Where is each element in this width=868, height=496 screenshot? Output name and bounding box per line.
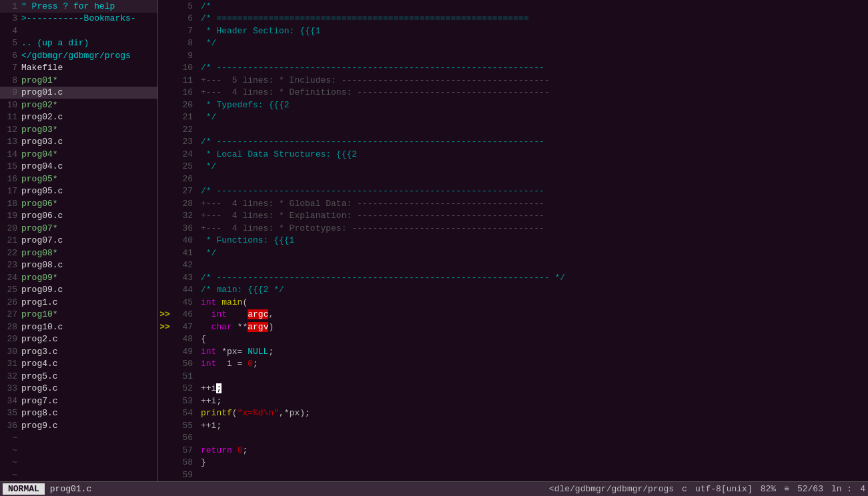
file-line[interactable]: 5.. (up a dir) [0, 37, 157, 50]
code-line: 5/* [158, 0, 868, 13]
code-line-content: printf("x=%d\n",*px); [198, 408, 868, 418]
file-line-name: prog04* [21, 149, 157, 159]
code-line: 53++i; [158, 395, 868, 407]
code-line: 8 */ [158, 37, 868, 50]
file-line-num: 34 [3, 396, 21, 406]
code-line: 45int main( [158, 296, 868, 309]
file-line-num: 15 [3, 161, 21, 171]
file-line-name: >-----------Bookmarks- [21, 13, 157, 23]
file-line[interactable]: 12 prog03* [0, 123, 157, 136]
file-line-num: 16 [3, 174, 21, 184]
code-line-content: * Local Data Structures: {{{2 [198, 149, 868, 159]
code-line-num: 16 [171, 87, 198, 97]
code-line: >>46 int argc, [158, 309, 868, 321]
file-line-name: Makefile [21, 63, 157, 73]
code-line-num: 7 [171, 26, 198, 36]
file-line[interactable]: 31 prog4.c [0, 358, 157, 371]
file-line[interactable]: 17 prog05.c [0, 185, 157, 198]
code-line: 42 [158, 259, 868, 272]
file-line[interactable]: 10 prog02* [0, 99, 157, 111]
code-line: 51 [158, 370, 868, 383]
code-line: 57return 0; [158, 444, 868, 457]
code-panel[interactable]: 5/*6/* =================================… [158, 0, 868, 481]
file-line[interactable]: 21 prog07.c [0, 235, 157, 247]
code-line-content: ++i; [198, 421, 868, 431]
code-line-content: char **argv) [198, 322, 868, 332]
file-line-num: ~ [3, 445, 21, 455]
status-path: <dle/gdbmgr/gdbmgr/progs [549, 484, 674, 494]
file-line[interactable]: 19 prog06.c [0, 210, 157, 223]
file-line[interactable]: 3>-----------Bookmarks- [0, 13, 157, 25]
file-line[interactable]: 26 prog1.c [0, 296, 157, 309]
file-line-num: 21 [3, 235, 21, 245]
code-line: 22 [158, 123, 868, 136]
code-line-content: */ [198, 161, 868, 171]
code-line: 58} [158, 457, 868, 469]
status-position: 52/63 [797, 484, 823, 494]
file-line-num: 25 [3, 285, 21, 295]
code-line-num: 44 [171, 285, 198, 295]
file-line[interactable]: 24 prog09* [0, 271, 157, 284]
file-line-num: ~ [3, 457, 21, 467]
code-line-content: +--- 4 lines: * Global Data: -----------… [198, 199, 868, 209]
file-line[interactable]: 4 [0, 25, 157, 37]
file-line[interactable]: 36 prog9.c [0, 419, 157, 432]
file-line-name: prog08* [21, 248, 157, 258]
code-line: 48{ [158, 333, 868, 346]
file-panel[interactable]: 1" Press ? for help3>-----------Bookmark… [0, 0, 158, 481]
file-line[interactable]: 16 prog05* [0, 173, 157, 185]
file-line[interactable]: ~ [0, 444, 157, 457]
file-line[interactable]: 1" Press ? for help [0, 0, 157, 13]
file-line[interactable]: 22 prog08* [0, 247, 157, 259]
code-line-num: 5 [171, 1, 198, 11]
code-line-marker: >> [158, 322, 171, 332]
file-line[interactable]: 30 prog3.c [0, 345, 157, 358]
file-line-name: prog2.c [21, 334, 157, 344]
file-line[interactable]: 6</gdbmgr/gdbmgr/progs [0, 49, 157, 62]
file-line-num: 24 [3, 273, 21, 283]
code-line-content: * Header Section: {{{1 [198, 26, 868, 36]
file-line[interactable]: 9 prog01.c [0, 87, 157, 99]
file-line[interactable]: 14 prog04* [0, 148, 157, 161]
file-line[interactable]: 15 prog04.c [0, 161, 157, 173]
file-line[interactable]: 7 Makefile [0, 62, 157, 75]
file-line-num: 36 [3, 421, 21, 431]
file-line[interactable]: ~ [0, 469, 157, 481]
code-line: 11+--- 5 lines: * Includes: ------------… [158, 74, 868, 87]
file-line[interactable]: 28 prog10.c [0, 321, 157, 333]
file-line[interactable]: 11 prog02.c [0, 111, 157, 124]
file-line[interactable]: 29 prog2.c [0, 333, 157, 346]
file-line[interactable]: 25 prog09.c [0, 284, 157, 297]
file-line[interactable]: 23 prog08.c [0, 259, 157, 272]
file-line-num: 14 [3, 149, 21, 159]
file-line-name: prog9.c [21, 421, 157, 431]
file-line[interactable]: 8 prog01* [0, 74, 157, 87]
file-line[interactable]: ~ [0, 432, 157, 445]
file-line[interactable]: 35 prog8.c [0, 407, 157, 420]
file-line[interactable]: 18 prog06* [0, 197, 157, 210]
file-line-num: 29 [3, 334, 21, 344]
code-line: 6/* ====================================… [158, 13, 868, 25]
code-line: 20 * Typedefs: {{{2 [158, 99, 868, 111]
code-line-content: /* -------------------------------------… [198, 186, 868, 196]
code-line: 10/* -----------------------------------… [158, 62, 868, 75]
file-line[interactable]: 20 prog07* [0, 222, 157, 235]
code-line-num: 28 [171, 199, 198, 209]
code-line-num: 26 [171, 174, 198, 184]
file-line[interactable]: 33 prog6.c [0, 383, 157, 395]
status-bar-icon: ≡ [784, 484, 789, 494]
file-line[interactable]: 34 prog7.c [0, 395, 157, 407]
file-line-num: 27 [3, 309, 21, 319]
code-line-content: /* =====================================… [198, 13, 868, 23]
file-line-num: 6 [3, 51, 21, 61]
code-line-num: 21 [171, 112, 198, 122]
code-line-num: 46 [171, 309, 198, 319]
file-line[interactable]: 13 prog03.c [0, 136, 157, 149]
file-line[interactable]: 27 prog10* [0, 309, 157, 321]
code-line-num: 43 [171, 273, 198, 283]
code-line-content: ++i; [198, 396, 868, 406]
file-line-num: 8 [3, 75, 21, 85]
code-line: 24 * Local Data Structures: {{{2 [158, 148, 868, 161]
file-line[interactable]: 32 prog5.c [0, 370, 157, 383]
file-line[interactable]: ~ [0, 457, 157, 469]
